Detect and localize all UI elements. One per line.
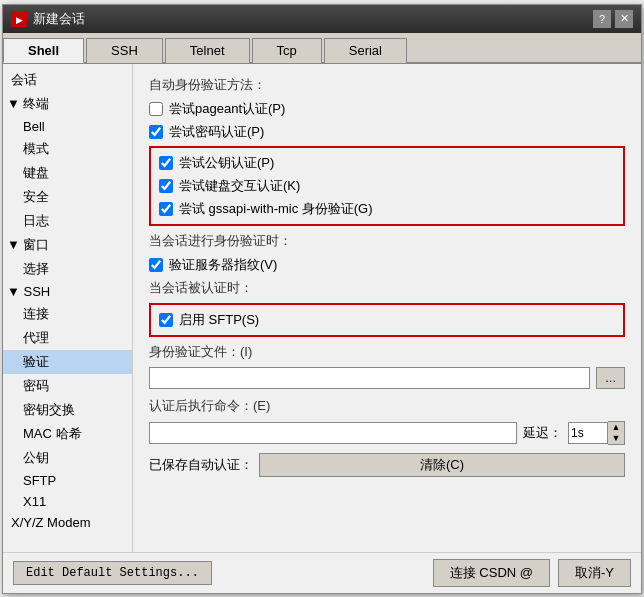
sidebar-section-terminal[interactable]: ▼ 终端 [3,92,132,116]
after-auth-row: 延迟： ▲ ▼ [149,421,625,445]
delay-label: 延迟： [523,424,562,442]
delay-spinner: ▲ ▼ [608,421,625,445]
pageant-label: 尝试pageant认证(P) [169,100,285,118]
edit-default-button[interactable]: Edit Default Settings... [13,561,212,585]
tab-serial[interactable]: Serial [324,38,407,63]
verify-server-label: 验证服务器指纹(V) [169,256,277,274]
sidebar-item-mac[interactable]: MAC 哈希 [3,422,132,446]
app-icon: ▶ [11,11,27,27]
sidebar-section-ssh[interactable]: ▼ SSH [3,281,132,302]
delay-down-button[interactable]: ▼ [608,433,624,444]
bottom-right-buttons: 连接 CSDN @ 取消-Y [433,559,631,587]
cert-file-row: ... [149,367,625,389]
pubkey-row: 尝试公钥认证(P) [159,154,615,172]
clear-row: 已保存自动认证： 清除(C) [149,453,625,477]
connect-button[interactable]: 连接 CSDN @ [433,559,550,587]
delay-up-button[interactable]: ▲ [608,422,624,433]
saved-auth-label: 已保存自动认证： [149,456,253,474]
sidebar: 会话 ▼ 终端 Bell 模式 键盘 安全 日志 ▼ 窗口 选择 ▼ SSH 连… [3,64,133,552]
outlined-group-pubkey: 尝试公钥认证(P) 尝试键盘交互认证(K) 尝试 gssapi-with-mic… [149,146,625,226]
delay-input-wrap: ▲ ▼ [568,421,625,445]
tab-ssh[interactable]: SSH [86,38,163,63]
password-row: 尝试密码认证(P) [149,123,625,141]
gssapi-checkbox[interactable] [159,202,173,216]
browse-button[interactable]: ... [596,367,625,389]
sidebar-item-pubkey[interactable]: 公钥 [3,446,132,470]
sidebar-item-password[interactable]: 密码 [3,374,132,398]
cert-file-input[interactable] [149,367,590,389]
sidebar-item-kex[interactable]: 密钥交换 [3,398,132,422]
tabs-bar: Shell SSH Telnet Tcp Serial [3,33,641,64]
keyboard-row: 尝试键盘交互认证(K) [159,177,615,195]
keyboard-checkbox[interactable] [159,179,173,193]
svg-text:▶: ▶ [16,15,23,25]
pageant-row: 尝试pageant认证(P) [149,100,625,118]
sidebar-item-bell[interactable]: Bell [3,116,132,137]
sftp-label: 启用 SFTP(S) [179,311,259,329]
sidebar-item-security[interactable]: 安全 [3,185,132,209]
main-content: 会话 ▼ 终端 Bell 模式 键盘 安全 日志 ▼ 窗口 选择 ▼ SSH 连… [3,64,641,552]
sftp-row: 启用 SFTP(S) [159,311,615,329]
title-bar: ▶ 新建会话 ? ✕ [3,5,641,33]
cert-file-label: 身份验证文件：(I) [149,343,625,361]
when-called-label: 当会话被认证时： [149,279,625,297]
sidebar-item-connect[interactable]: 连接 [3,302,132,326]
title-controls: ? ✕ [593,10,633,28]
pubkey-label: 尝试公钥认证(P) [179,154,274,172]
clear-button[interactable]: 清除(C) [259,453,625,477]
tab-shell[interactable]: Shell [3,38,84,63]
dialog: ▶ 新建会话 ? ✕ Shell SSH Telnet Tcp Serial 会… [2,4,642,594]
gssapi-row: 尝试 gssapi-with-mic 身份验证(G) [159,200,615,218]
bottom-bar: Edit Default Settings... 连接 CSDN @ 取消-Y [3,552,641,593]
when-session-label: 当会话进行身份验证时： [149,232,625,250]
tab-telnet[interactable]: Telnet [165,38,250,63]
dialog-title: 新建会话 [33,10,85,28]
pubkey-checkbox[interactable] [159,156,173,170]
password-checkbox[interactable] [149,125,163,139]
sidebar-item-auth[interactable]: 验证 [3,350,132,374]
cancel-button[interactable]: 取消-Y [558,559,631,587]
sidebar-section-window[interactable]: ▼ 窗口 [3,233,132,257]
password-label: 尝试密码认证(P) [169,123,264,141]
sidebar-item-log[interactable]: 日志 [3,209,132,233]
outlined-group-sftp: 启用 SFTP(S) [149,303,625,337]
sidebar-item-keyboard[interactable]: 键盘 [3,161,132,185]
auto-auth-label: 自动身份验证方法： [149,76,625,94]
delay-input[interactable] [568,422,608,444]
keyboard-label: 尝试键盘交互认证(K) [179,177,300,195]
sidebar-item-sftp[interactable]: SFTP [3,470,132,491]
verify-server-checkbox[interactable] [149,258,163,272]
sidebar-item-session[interactable]: 会话 [3,68,132,92]
sftp-checkbox[interactable] [159,313,173,327]
title-bar-left: ▶ 新建会话 [11,10,85,28]
sidebar-item-x11[interactable]: X11 [3,491,132,512]
sidebar-item-proxy[interactable]: 代理 [3,326,132,350]
gssapi-label: 尝试 gssapi-with-mic 身份验证(G) [179,200,373,218]
after-auth-label: 认证后执行命令：(E) [149,397,625,415]
tab-tcp[interactable]: Tcp [252,38,322,63]
sidebar-item-modem[interactable]: X/Y/Z Modem [3,512,132,533]
sidebar-item-mode[interactable]: 模式 [3,137,132,161]
verify-server-row: 验证服务器指纹(V) [149,256,625,274]
after-auth-input[interactable] [149,422,517,444]
sidebar-item-select[interactable]: 选择 [3,257,132,281]
close-button[interactable]: ✕ [615,10,633,28]
right-panel: 自动身份验证方法： 尝试pageant认证(P) 尝试密码认证(P) 尝试公钥认… [133,64,641,552]
pageant-checkbox[interactable] [149,102,163,116]
help-button[interactable]: ? [593,10,611,28]
